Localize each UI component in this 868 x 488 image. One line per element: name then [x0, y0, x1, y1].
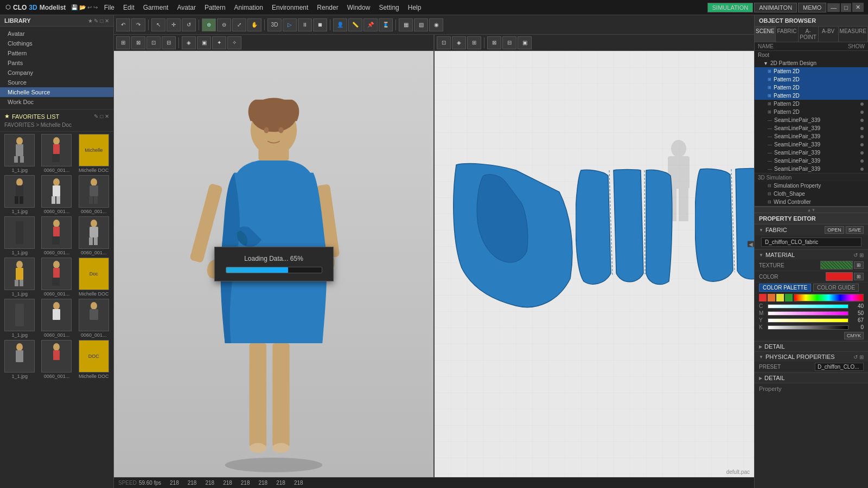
list-item[interactable]: 1_1.jpg	[2, 299, 37, 338]
sidebar-nav-pattern[interactable]: Pattern	[0, 48, 113, 58]
viewport-3d[interactable]: Loading Data... 65%	[114, 51, 435, 477]
animation-button[interactable]: ANIMAITON	[754, 3, 797, 12]
toolbar-btn-seam[interactable]: 🧵	[379, 18, 393, 31]
sidebar-nav-pants[interactable]: Pants	[0, 58, 113, 68]
toolbar-btn-redo[interactable]: ↷	[131, 18, 145, 31]
toolbar-3d-btn-3[interactable]: ⊡	[146, 36, 161, 49]
sidebar-nav-michelle-source[interactable]: Michelle Source	[0, 87, 113, 97]
toolbar-btn-pan[interactable]: ✋	[247, 18, 261, 31]
toolbar-btn-3d-view[interactable]: 3D	[267, 18, 282, 31]
pattern-piece-group-left[interactable]	[451, 159, 586, 333]
toolbar-3d-btn-7[interactable]: ✦	[212, 36, 226, 49]
list-item[interactable]: 0060_001...	[39, 340, 74, 379]
list-item[interactable]: 0060_001...	[39, 216, 74, 255]
tree-item-wind-controller[interactable]: ⊟ Wind Controller	[755, 198, 868, 206]
tab-abv[interactable]: A-BV	[819, 27, 839, 42]
simulation-button[interactable]: SIMULATION	[707, 3, 753, 12]
menu-setting[interactable]: Setting	[374, 0, 403, 15]
list-item[interactable]: 1_1.jpg	[2, 258, 37, 297]
list-item[interactable]: 1_1.jpg	[2, 134, 37, 173]
detail-section-header[interactable]: ▶ DETAIL	[755, 342, 868, 351]
tree-item-pattern2d-4[interactable]: ⊞ Pattern 2D	[755, 92, 868, 100]
right-panel-collapse-btn[interactable]: ◀	[748, 241, 754, 247]
toolbar-btn-rotate[interactable]: ↺	[182, 18, 196, 31]
tree-item-pattern2d-2[interactable]: ⊞ Pattern 2D	[755, 75, 868, 84]
list-item[interactable]: 0060_001...	[39, 175, 74, 214]
toolbar-btn-undo[interactable]: ↶	[116, 18, 130, 31]
list-item[interactable]: 0060_001...	[39, 299, 74, 338]
cmyk-c-bar[interactable]	[768, 304, 848, 309]
tab-apoint[interactable]: A-POINT	[799, 27, 819, 42]
tree-item-seamline-5[interactable]: — SeamLinePair_339	[755, 149, 868, 157]
save-button[interactable]: SAVE	[846, 226, 864, 234]
pattern-piece-group-middle[interactable]	[576, 165, 706, 317]
sidebar-nav-company[interactable]: Company	[0, 68, 113, 78]
open-button[interactable]: OPEN	[825, 226, 844, 234]
menu-edit[interactable]: Edit	[119, 0, 139, 15]
palette-swatch-red[interactable]	[759, 294, 767, 301]
toolbar-btn-pin[interactable]: 📌	[363, 18, 378, 31]
texture-edit-btn[interactable]: ⊞	[854, 261, 864, 269]
list-item[interactable]: 0060_001...	[76, 299, 111, 338]
material-section-header[interactable]: ▼ MATERIAL ↺ ⊞	[755, 250, 868, 260]
palette-gradient[interactable]	[794, 294, 864, 301]
toolbar-btn-zoom-in[interactable]: ⊕	[202, 18, 216, 31]
menu-file[interactable]: File	[100, 0, 119, 15]
list-item[interactable]: 0060_001...	[76, 216, 111, 255]
pattern-piece-group-right[interactable]	[695, 165, 754, 317]
toolbar-btn-fit[interactable]: ⤢	[232, 18, 246, 31]
toolbar-btn-avatar[interactable]: 👤	[333, 18, 347, 31]
toolbar-2d-btn-2[interactable]: ◈	[452, 36, 466, 49]
cmyk-m-bar[interactable]	[768, 311, 848, 316]
tree-item-seamline-7[interactable]: — SeamLinePair_339	[755, 165, 868, 173]
list-item[interactable]: 1_1.jpg	[2, 340, 37, 379]
viewport-2d[interactable]: defult.pac	[435, 51, 754, 477]
minimize-button[interactable]: —	[827, 3, 840, 12]
toolbar-btn-move[interactable]: ✛	[167, 18, 181, 31]
tree-item-pattern2d-1[interactable]: ⊞ Pattern 2D	[755, 67, 868, 75]
tree-item-seamline-4[interactable]: — SeamLinePair_339	[755, 140, 868, 149]
detail2-section-header[interactable]: ▶ DETAIL	[755, 373, 868, 383]
toolbar-2d-btn-3[interactable]: ⊞	[467, 36, 481, 49]
color-guide-tab[interactable]: COLOR GUIDE	[813, 284, 859, 292]
panel-divider[interactable]: ▲▼	[755, 207, 868, 213]
maximize-button[interactable]: □	[841, 3, 851, 12]
toolbar-btn-texture[interactable]: ▧	[414, 18, 428, 31]
fabric-section-header[interactable]: ▼ FABRIC OPEN SAVE	[755, 224, 868, 235]
memo-button[interactable]: MEMO	[798, 3, 826, 12]
list-item[interactable]: 1_1.jpg	[2, 175, 37, 214]
toolbar-3d-btn-8[interactable]: ✧	[227, 36, 241, 49]
tree-item-seamline-3[interactable]: — SeamLinePair_339	[755, 132, 868, 140]
palette-swatch-orange[interactable]	[768, 294, 775, 301]
tree-item-seamline-6[interactable]: — SeamLinePair_339	[755, 157, 868, 165]
toolbar-3d-btn-6[interactable]: ▣	[197, 36, 211, 49]
cmyk-y-bar[interactable]	[768, 318, 848, 323]
toolbar-btn-sim2[interactable]: ⏸	[298, 18, 312, 31]
list-item[interactable]: Doc Michelle DOC	[76, 258, 111, 297]
color-edit-btn[interactable]: ⊞	[854, 273, 864, 280]
palette-swatch-yellow[interactable]	[776, 294, 784, 301]
toolbar-3d-btn-5[interactable]: ◈	[182, 36, 196, 49]
physical-section-header[interactable]: ▼ PHYSICAL PROPERTIES ↺ ⊞	[755, 352, 868, 362]
tree-item-pattern2d-5[interactable]: ⊞ Pattern 2D	[755, 100, 868, 108]
tab-scene[interactable]: SCENE	[755, 27, 776, 42]
toolbar-btn-zoom-out[interactable]: ⊖	[217, 18, 231, 31]
sidebar-nav-source[interactable]: Source	[0, 78, 113, 87]
sidebar-nav-work-doc[interactable]: Work Doc	[0, 97, 113, 107]
tree-item-seamline-1[interactable]: — SeamLinePair_339	[755, 116, 868, 124]
tree-item-pattern2d-6[interactable]: ⊞ Pattern 2D	[755, 108, 868, 116]
tree-item-sim-property[interactable]: ⊟ Simulation Property	[755, 182, 868, 190]
fabric-name-input[interactable]	[761, 237, 861, 247]
toolbar-btn-pattern[interactable]: ▦	[399, 18, 413, 31]
cmyk-button[interactable]: CMYK	[844, 332, 864, 339]
list-item[interactable]: 0060_001...	[39, 134, 74, 173]
list-item[interactable]: Michelle Michelle DOC	[76, 134, 111, 173]
toolbar-btn-sim[interactable]: ▷	[283, 18, 297, 31]
tab-measure[interactable]: MEASURE	[839, 27, 868, 42]
tree-item-pattern2d-3[interactable]: ⊞ Pattern 2D	[755, 84, 868, 92]
toolbar-3d-btn-1[interactable]: ⊞	[116, 36, 130, 49]
menu-animation[interactable]: Animation	[230, 0, 267, 15]
list-item[interactable]: 0060_001...	[76, 175, 111, 214]
tree-item-cloth-shape[interactable]: ⊟ Cloth_Shape	[755, 190, 868, 198]
toolbar-2d-btn-4[interactable]: ⊠	[487, 36, 501, 49]
